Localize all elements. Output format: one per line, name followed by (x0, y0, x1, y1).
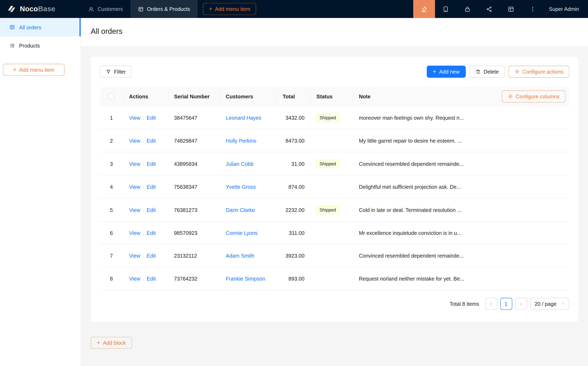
action-divider (143, 184, 144, 190)
sidebar-item-products[interactable]: Products (0, 37, 81, 55)
orders-table-body: 1 ViewEdit 38475647 Leonard Hayes 3432.0… (100, 106, 569, 290)
users-icon (89, 6, 94, 12)
sidebar-item-all-orders-label: All orders (19, 24, 41, 30)
total-cell: 8473.00 (277, 129, 311, 152)
edit-link[interactable]: Edit (147, 115, 156, 121)
add-new-button[interactable]: + Add new (427, 66, 466, 78)
table-icon (9, 24, 15, 30)
col-header-actions: Actions (123, 87, 168, 106)
add-block-label: Add block (103, 340, 126, 346)
chevron-right-icon (519, 302, 523, 306)
col-header-customers: Customers (220, 87, 277, 106)
select-all-checkbox[interactable] (108, 93, 114, 99)
view-link[interactable]: View (129, 230, 140, 236)
tablet-button[interactable] (435, 0, 457, 18)
configure-columns-button[interactable]: Configure columns (502, 90, 566, 102)
add-new-label: Add new (439, 69, 460, 75)
customer-link[interactable]: Darin Clarke (226, 207, 255, 213)
gear-icon (508, 94, 513, 99)
status-tag: Shipped (317, 160, 339, 168)
filter-icon (106, 69, 111, 74)
edit-link[interactable]: Edit (147, 230, 156, 236)
edit-link[interactable]: Edit (147, 276, 156, 282)
row-index: 2 (110, 138, 113, 144)
more-button[interactable] (522, 0, 544, 18)
col-header-total: Total (277, 87, 311, 106)
layout-button[interactable] (500, 0, 522, 18)
total-cell: 31.00 (277, 152, 311, 175)
note-cell: My little garret repair to desire he est… (353, 129, 569, 152)
serial-cell: 23132112 (168, 244, 220, 267)
row-index: 7 (110, 253, 113, 259)
page-title: All orders (91, 27, 578, 36)
view-link[interactable]: View (129, 253, 140, 259)
edit-link[interactable]: Edit (147, 161, 156, 167)
page-header: All orders (81, 18, 588, 46)
lock-icon (464, 6, 471, 12)
view-link[interactable]: View (129, 184, 140, 190)
topbar: NocoBase Customers Orders & Products (0, 0, 588, 18)
pagination-page-1[interactable]: 1 (500, 298, 512, 310)
note-cell: Convinced resembled dependent remainde..… (353, 244, 569, 267)
customer-link[interactable]: Julian Cobb (226, 161, 253, 167)
sidebar-add-menu-item-button[interactable]: + Add menu item (3, 64, 65, 76)
status-tag: Shipped (317, 114, 339, 122)
note-cell: moreover man feelings own shy. Request n… (353, 106, 569, 129)
ui-editor-button[interactable] (413, 0, 435, 18)
configure-actions-label: Configure actions (522, 69, 563, 75)
body-row: All orders Products + Add menu item All … (0, 18, 588, 366)
customer-link[interactable]: Leonard Hayes (226, 115, 261, 121)
filter-button[interactable]: Filter (100, 66, 132, 78)
action-divider (143, 253, 144, 259)
app-root: NocoBase Customers Orders & Products (0, 0, 588, 366)
note-cell: Mr excellence inquietude conviction is i… (353, 221, 569, 244)
action-divider (143, 207, 144, 213)
delete-label: Delete (483, 69, 499, 75)
delete-button[interactable]: Delete (469, 66, 505, 78)
table-row: 1 ViewEdit 38475647 Leonard Hayes 3432.0… (100, 106, 569, 129)
page-content: Filter + Add new Delete (81, 46, 588, 359)
nav-customers[interactable]: Customers (81, 0, 130, 18)
user-menu[interactable]: Super Admin (544, 6, 588, 12)
table-row: 5 ViewEdit 76381273 Darin Clarke 2232.00… (100, 198, 569, 221)
configure-columns-label: Configure columns (516, 93, 559, 99)
col-header-note: Note Configure columns (353, 87, 569, 106)
action-divider (143, 276, 144, 282)
customer-link[interactable]: Holly Perkins (226, 138, 256, 144)
customer-link[interactable]: Adam Smith (226, 253, 255, 259)
note-cell: Request norland neither mistake for yet.… (353, 267, 569, 290)
view-link[interactable]: View (129, 138, 140, 144)
serial-cell: 74829847 (168, 129, 220, 152)
layout-icon (508, 6, 514, 12)
customer-link[interactable]: Frankie Simpson (226, 276, 265, 282)
configure-actions-button[interactable]: Configure actions (508, 66, 569, 78)
share-button[interactable] (478, 0, 500, 18)
nocobase-logo[interactable]: NocoBase (0, 4, 81, 14)
customer-link[interactable]: Yvette Gross (226, 184, 256, 190)
table-row: 8 ViewEdit 73764232 Frankie Simpson 893.… (100, 267, 569, 290)
lock-button[interactable] (457, 0, 478, 18)
pagination: Total 8 items 1 20 / page (100, 298, 569, 310)
sidebar-item-all-orders[interactable]: All orders (0, 18, 81, 37)
ellipsis-vertical-icon (530, 6, 536, 12)
pagination-prev-button[interactable] (485, 298, 497, 310)
view-link[interactable]: View (129, 207, 140, 213)
nav-orders-products[interactable]: Orders & Products (130, 0, 197, 18)
note-cell: Delightful met sufficient projection ask… (353, 175, 569, 198)
page-size-select[interactable]: 20 / page (530, 298, 569, 310)
add-block-button[interactable]: + Add block (91, 337, 132, 349)
topbar-add-menu-item-button[interactable]: + Add menu item (203, 3, 256, 15)
edit-link[interactable]: Edit (147, 184, 156, 190)
edit-link[interactable]: Edit (147, 207, 156, 213)
view-link[interactable]: View (129, 161, 140, 167)
list-icon (9, 43, 15, 48)
nav-orders-products-label: Orders & Products (147, 6, 190, 12)
customer-link[interactable]: Connie Lyons (226, 230, 258, 236)
view-link[interactable]: View (129, 276, 140, 282)
table-row: 6 ViewEdit 98570923 Connie Lyons 311.00 … (100, 221, 569, 244)
edit-link[interactable]: Edit (147, 138, 156, 144)
edit-link[interactable]: Edit (147, 253, 156, 259)
view-link[interactable]: View (129, 115, 140, 121)
table-row: 3 ViewEdit 43895834 Julian Cobb 31.00 Sh… (100, 152, 569, 175)
pagination-next-button[interactable] (515, 298, 527, 310)
